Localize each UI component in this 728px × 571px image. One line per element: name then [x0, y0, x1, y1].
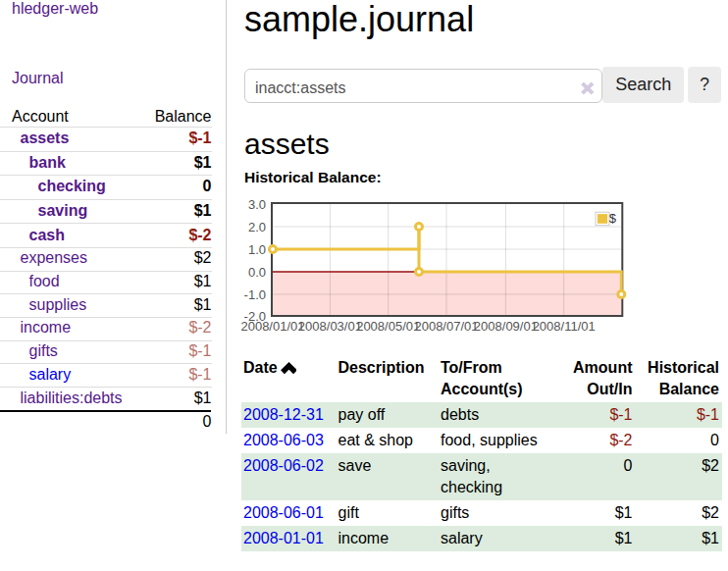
svg-text:1.0: 1.0: [248, 242, 266, 257]
svg-text:2008/05/01: 2008/05/01: [356, 319, 420, 334]
svg-text:2.0: 2.0: [248, 220, 266, 234]
svg-text:2008/07/01: 2008/07/01: [414, 319, 478, 334]
svg-text:2008/09/01: 2008/09/01: [474, 319, 538, 334]
svg-text:-1.0: -1.0: [244, 287, 266, 302]
svg-text:$: $: [609, 211, 617, 226]
svg-text:2008/11/01: 2008/11/01: [533, 319, 596, 334]
svg-text:2008/01/01: 2008/01/01: [240, 319, 304, 334]
svg-text:0.0: 0.0: [248, 265, 266, 280]
svg-text:3.0: 3.0: [248, 197, 266, 212]
svg-text:2008/03/01: 2008/03/01: [298, 319, 362, 334]
